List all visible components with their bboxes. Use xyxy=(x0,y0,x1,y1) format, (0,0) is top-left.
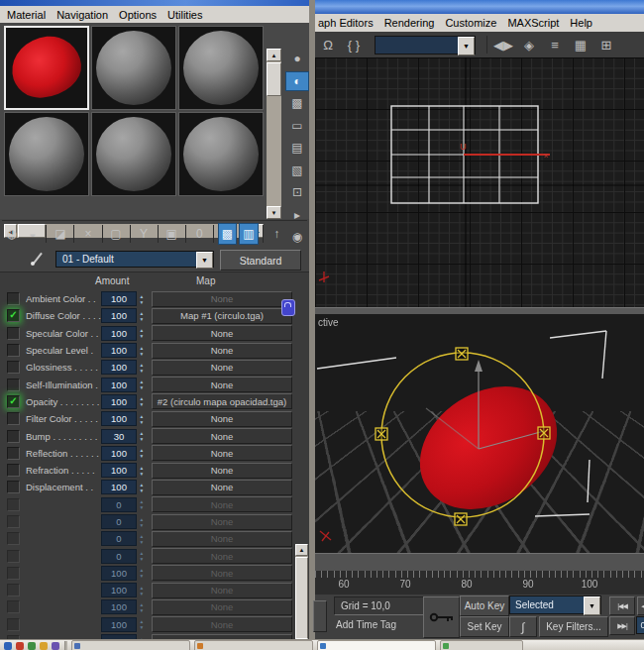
amount-spinner[interactable]: ▴▾ xyxy=(137,326,147,340)
scrollbar-thumb[interactable] xyxy=(295,557,308,650)
video-color-check-button[interactable]: ▤ xyxy=(285,138,309,158)
map-enable-checkbox[interactable] xyxy=(7,481,20,493)
viewport-label[interactable]: ctive xyxy=(318,317,339,328)
amount-field[interactable]: 100 xyxy=(101,326,137,341)
amount-field[interactable]: 30 xyxy=(101,429,137,444)
map-button[interactable]: None xyxy=(152,514,292,530)
previous-frame-button[interactable]: ◀ xyxy=(637,596,644,615)
spinner-down-icon[interactable]: ▾ xyxy=(141,453,144,459)
map-enable-checkbox[interactable] xyxy=(7,447,20,460)
viewport-top[interactable]: U x xyxy=(315,57,644,307)
amount-spinner[interactable]: ▴▾ xyxy=(137,617,147,631)
spinner-down-icon[interactable]: ▾ xyxy=(141,522,144,528)
amount-spinner[interactable]: ▴▾ xyxy=(137,497,147,511)
map-button[interactable]: None xyxy=(152,496,292,512)
material-options-button[interactable]: ⊡ xyxy=(285,182,309,202)
amount-spinner[interactable]: ▴▾ xyxy=(137,394,147,408)
align-icon[interactable]: ◈ xyxy=(516,34,542,55)
set-key-button[interactable]: Set Key xyxy=(460,616,509,637)
amount-spinner[interactable]: ▴▾ xyxy=(137,481,147,494)
spinner-down-icon[interactable]: ▾ xyxy=(141,333,144,339)
map-button[interactable]: None xyxy=(152,531,292,547)
chevron-down-icon[interactable]: ▼ xyxy=(458,37,475,55)
menu-help[interactable]: Help xyxy=(567,16,600,30)
amount-spinner[interactable]: ▴▾ xyxy=(137,515,147,529)
scroll-up-icon[interactable]: ▲ xyxy=(295,544,308,556)
reset-map-button[interactable]: × xyxy=(78,223,97,245)
menu-utilities[interactable]: Utilities xyxy=(164,8,210,22)
put-material-to-scene-button[interactable]: ◒ xyxy=(23,223,42,245)
amount-field[interactable]: 100 xyxy=(101,566,137,581)
map-enable-checkbox[interactable] xyxy=(7,600,20,613)
chevron-down-icon[interactable]: ▼ xyxy=(196,252,213,269)
auto-key-button[interactable]: Auto Key xyxy=(460,596,509,616)
spinner-down-icon[interactable]: ▾ xyxy=(141,419,144,425)
amount-field[interactable]: 100 xyxy=(101,446,137,461)
map-enable-checkbox[interactable] xyxy=(7,498,20,511)
amount-field[interactable]: 0 xyxy=(101,497,137,512)
quick-launch-icon[interactable] xyxy=(52,642,59,650)
map-button[interactable]: None xyxy=(152,360,292,376)
spinner-down-icon[interactable]: ▾ xyxy=(141,401,144,407)
red-circle-object[interactable] xyxy=(396,362,580,535)
spinner-down-icon[interactable]: ▾ xyxy=(141,591,144,596)
taskbar-window-button[interactable] xyxy=(317,640,436,650)
spinner-down-icon[interactable]: ▾ xyxy=(141,316,144,322)
chevron-down-icon[interactable]: ▼ xyxy=(584,596,600,615)
time-slider-track[interactable] xyxy=(315,553,644,573)
map-button[interactable]: None xyxy=(152,463,292,479)
map-button[interactable]: #2 (circulo mapa opacidad.tga) xyxy=(152,393,292,409)
taskbar-window-button[interactable] xyxy=(440,640,523,650)
map-enable-checkbox[interactable] xyxy=(7,515,20,528)
material-slot-2[interactable] xyxy=(91,26,176,110)
backlight-button[interactable]: ◐ xyxy=(285,71,309,91)
go-forward-to-sibling-button[interactable]: → xyxy=(288,223,307,245)
map-enable-checkbox[interactable] xyxy=(7,412,20,425)
scroll-down-icon[interactable]: ▼ xyxy=(267,206,281,219)
slots-vertical-scrollbar[interactable]: ▲ ▼ xyxy=(267,49,281,219)
quick-launch-icon[interactable] xyxy=(40,642,48,650)
map-button[interactable]: None xyxy=(152,548,292,564)
map-enable-checkbox[interactable] xyxy=(7,464,20,477)
map-button[interactable]: None xyxy=(152,291,292,307)
spinner-down-icon[interactable]: ▾ xyxy=(141,573,144,579)
taskbar-window-button[interactable] xyxy=(194,640,313,650)
map-enable-checkbox[interactable]: ✓ xyxy=(7,395,20,408)
map-enable-checkbox[interactable] xyxy=(7,344,20,357)
map-button[interactable]: None xyxy=(152,565,292,581)
spinner-down-icon[interactable]: ▾ xyxy=(141,488,144,493)
map-button[interactable]: None xyxy=(152,599,292,615)
get-material-button[interactable]: ◍ xyxy=(2,223,21,245)
amount-spinner[interactable]: ▴▾ xyxy=(137,532,147,546)
amount-field[interactable]: 100 xyxy=(101,463,137,478)
amount-spinner[interactable]: ▴▾ xyxy=(137,309,147,323)
go-to-start-button[interactable]: |◀◀ xyxy=(609,596,635,615)
assign-material-to-selection-button[interactable]: ◪ xyxy=(51,223,69,245)
make-preview-button[interactable]: ▧ xyxy=(285,161,309,180)
quick-launch-icon[interactable] xyxy=(16,642,24,650)
ambient-diffuse-lock-icon[interactable] xyxy=(281,299,295,316)
spinner-down-icon[interactable]: ▾ xyxy=(141,436,144,442)
taskbar-window-button[interactable] xyxy=(71,640,190,650)
map-enable-checkbox[interactable] xyxy=(7,292,20,305)
spinner-down-icon[interactable]: ▾ xyxy=(141,556,144,562)
amount-field[interactable]: 100 xyxy=(101,617,137,632)
scroll-up-icon[interactable]: ▲ xyxy=(267,49,281,61)
map-enable-checkbox[interactable] xyxy=(7,532,20,545)
spinner-down-icon[interactable]: ▾ xyxy=(141,504,144,510)
amount-spinner[interactable]: ▴▾ xyxy=(137,378,147,391)
map-button[interactable]: None xyxy=(152,343,292,359)
current-frame-field[interactable]: 0 xyxy=(636,616,644,634)
spinner-down-icon[interactable]: ▾ xyxy=(141,539,144,545)
map-button[interactable]: None xyxy=(152,480,292,495)
map-enable-checkbox[interactable] xyxy=(7,550,20,563)
amount-field[interactable]: 100 xyxy=(101,394,137,409)
map-button[interactable]: None xyxy=(152,411,292,427)
named-selection-sets-icon[interactable]: { } xyxy=(341,34,367,55)
material-slot-4[interactable] xyxy=(4,112,89,196)
schematic-view-icon[interactable]: ⊞ xyxy=(593,34,619,55)
spinner-down-icon[interactable]: ▾ xyxy=(141,607,144,613)
amount-spinner[interactable]: ▴▾ xyxy=(137,361,147,375)
map-button[interactable]: None xyxy=(152,377,292,392)
sample-uv-tiling-button[interactable]: ▭ xyxy=(285,116,309,136)
